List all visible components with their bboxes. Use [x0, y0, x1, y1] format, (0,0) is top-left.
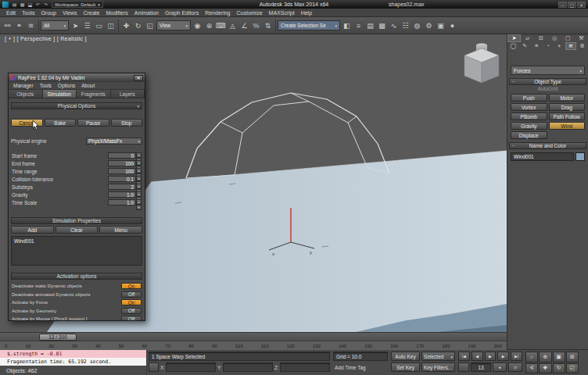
- param-value-field[interactable]: 1.0: [108, 191, 136, 198]
- spinner[interactable]: [136, 160, 142, 166]
- pbomb-button[interactable]: PBomb: [511, 112, 547, 120]
- orbit-icon[interactable]: ↻: [553, 363, 565, 374]
- coordinate-field[interactable]: Y:: [217, 362, 273, 372]
- name-and-color-rollout[interactable]: Name and Color: [509, 142, 586, 149]
- listener-macro-line[interactable]: $.strength = -0.01: [0, 350, 146, 358]
- rayfire-menu-item[interactable]: Options: [55, 83, 78, 88]
- window-crossing-icon[interactable]: ◫: [105, 20, 117, 31]
- selection-lock-toggle[interactable]: [149, 362, 159, 372]
- go-to-end-button[interactable]: ▶|: [511, 352, 522, 361]
- physical-engine-dropdown[interactable]: PhysX/MassFx: [86, 138, 142, 145]
- simulation-properties-header[interactable]: Simulation Properties: [11, 217, 142, 224]
- use-pivot-point-center-icon[interactable]: ◉: [192, 20, 203, 31]
- snaps-toggle-icon[interactable]: ◬: [227, 20, 238, 31]
- rayfire-tab-simulation[interactable]: Simulation: [43, 90, 77, 98]
- zoom-all-icon[interactable]: ⊕: [539, 352, 551, 362]
- activation-toggle[interactable]: On: [121, 299, 142, 305]
- undo-icon[interactable]: ↶: [34, 2, 41, 7]
- minimize-button[interactable]: —: [558, 2, 567, 8]
- save-file-icon[interactable]: ⬓: [27, 2, 34, 7]
- menu-item[interactable]: Views: [59, 10, 81, 16]
- rayfire-menu-item[interactable]: Manager: [10, 83, 37, 88]
- select-and-move-icon[interactable]: ✚: [120, 20, 132, 31]
- menu-item[interactable]: Rendering: [202, 10, 233, 16]
- activation-toggle[interactable]: On: [121, 283, 142, 289]
- select-and-rotate-icon[interactable]: ↻: [132, 20, 144, 31]
- modify-tab-icon[interactable]: ▱: [521, 34, 534, 42]
- select-by-name-icon[interactable]: ☰: [81, 20, 93, 31]
- param-value-field[interactable]: 1.0: [108, 199, 136, 205]
- previous-frame-button[interactable]: ◀: [471, 352, 483, 361]
- hierarchy-tab-icon[interactable]: ⊟: [534, 34, 547, 42]
- time-slider-handle[interactable]: 13 / 200: [39, 334, 77, 341]
- graphite-ribbon-icon[interactable]: ▩: [376, 20, 388, 31]
- redo-icon[interactable]: ↷: [42, 2, 49, 7]
- clear-button[interactable]: Clear: [56, 226, 99, 234]
- menu-button[interactable]: Menu: [99, 226, 142, 234]
- menu-item[interactable]: Modifiers: [102, 10, 131, 16]
- set-key-button[interactable]: Set Key: [391, 362, 420, 372]
- object-name-field[interactable]: Wind001: [511, 152, 574, 161]
- key-filters-button[interactable]: Key Filters...: [421, 362, 455, 372]
- display-tab-icon[interactable]: ▢: [561, 34, 575, 42]
- menu-item[interactable]: Help: [298, 10, 315, 16]
- play-button[interactable]: ▶: [485, 352, 497, 361]
- select-and-link-icon[interactable]: ⚯: [2, 20, 13, 31]
- keyboard-shortcut-override-icon[interactable]: ⌨: [215, 20, 227, 31]
- coordinate-value[interactable]: [166, 362, 216, 372]
- maxscript-mini-listener[interactable]: $.strength = -0.01 Fragmentation time: 6…: [0, 350, 147, 375]
- spinner[interactable]: [136, 168, 142, 174]
- select-object-icon[interactable]: ➤: [70, 20, 81, 31]
- spinner-snap-toggle-icon[interactable]: ⇅: [262, 20, 274, 31]
- coordinate-field[interactable]: X:: [160, 362, 216, 372]
- menu-item[interactable]: Animation: [131, 10, 162, 16]
- coordinate-value[interactable]: [280, 362, 330, 372]
- schematic-view-icon[interactable]: ☷: [400, 20, 411, 31]
- new-scene-icon[interactable]: ▤: [11, 2, 18, 7]
- vortex-button[interactable]: Vortex: [511, 103, 547, 111]
- perspective-viewport[interactable]: [ + ] [ Perspective ] [ Realistic ]: [0, 34, 507, 332]
- param-value-field[interactable]: 100: [108, 160, 136, 166]
- time-configuration-button[interactable]: ◷: [508, 362, 522, 372]
- helpers-category-icon[interactable]: ⌖: [554, 42, 565, 50]
- add-time-tag-button[interactable]: Add Time Tag: [333, 365, 366, 370]
- menu-item[interactable]: Graph Editors: [162, 10, 202, 16]
- displace-button[interactable]: Displace: [511, 131, 547, 139]
- menu-item[interactable]: Edit: [3, 10, 19, 16]
- path-follow-button[interactable]: Path Follow: [549, 112, 586, 120]
- bake-button[interactable]: Bake: [45, 119, 77, 127]
- key-mode-toggle-button[interactable]: ​: [458, 362, 469, 372]
- activation-toggle[interactable]: Off: [121, 308, 142, 314]
- simulation-objects-list[interactable]: Wind001: [11, 236, 142, 266]
- menu-item[interactable]: Tools: [19, 10, 38, 16]
- selection-filter-dropdown[interactable]: All: [41, 20, 69, 30]
- track-bar[interactable]: 0102030405060708090100110120130140150160…: [0, 341, 507, 350]
- time-slider-track[interactable]: 13 / 200: [0, 333, 507, 341]
- rayfire-title-bar[interactable]: RayFire 1.62.04 by Mir Vadim ✕: [9, 73, 145, 82]
- auto-key-button[interactable]: Auto Key: [391, 352, 420, 361]
- category-dropdown[interactable]: Forces: [511, 66, 585, 75]
- rendered-frame-window-icon[interactable]: ▣: [435, 20, 446, 31]
- spinner[interactable]: [136, 199, 142, 205]
- zoom-icon[interactable]: ⌕: [525, 352, 538, 362]
- spinner[interactable]: [136, 184, 142, 190]
- spinner[interactable]: [136, 152, 142, 159]
- reference-coordinate-dropdown[interactable]: View: [156, 20, 191, 30]
- menu-item[interactable]: Create: [80, 10, 102, 16]
- zoom-extents-all-icon[interactable]: ⊞: [566, 352, 579, 362]
- workspace-dropdown[interactable]: Workspace: Default: [52, 1, 103, 8]
- percent-snap-toggle-icon[interactable]: %: [250, 20, 262, 31]
- go-to-start-button[interactable]: |◀: [458, 352, 470, 361]
- activation-toggle[interactable]: Off: [121, 291, 142, 298]
- pan-view-icon[interactable]: ✚: [539, 363, 551, 374]
- param-value-field[interactable]: 100: [108, 168, 136, 174]
- close-icon[interactable]: ✕: [134, 75, 143, 81]
- stop-button[interactable]: Stop: [111, 119, 143, 127]
- systems-category-icon[interactable]: ⚙: [576, 42, 588, 50]
- maximize-button[interactable]: ▢: [568, 2, 576, 8]
- mirror-icon[interactable]: ◧: [341, 20, 353, 31]
- push-button[interactable]: Push: [511, 94, 547, 102]
- pause-button[interactable]: Pause: [77, 119, 109, 127]
- listener-output-line[interactable]: Fragmentation time: 65.192 second.: [0, 358, 146, 366]
- 3ds-max-logo-icon[interactable]: [2, 2, 9, 8]
